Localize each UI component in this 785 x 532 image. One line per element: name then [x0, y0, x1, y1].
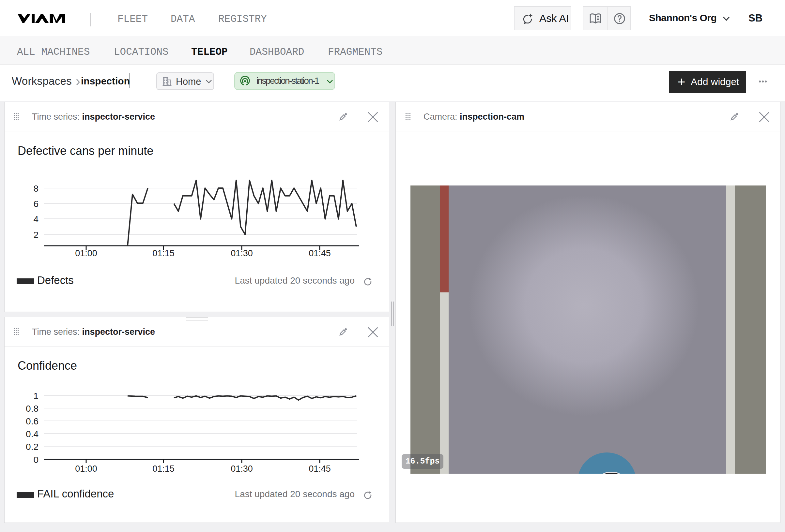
svg-text:01:00: 01:00	[75, 464, 97, 474]
svg-text:0.4: 0.4	[26, 429, 39, 439]
svg-text:0.6: 0.6	[26, 416, 39, 426]
svg-text:1: 1	[33, 391, 39, 401]
svg-text:4: 4	[33, 214, 39, 224]
svg-text:01:15: 01:15	[152, 248, 175, 258]
svg-text:2: 2	[33, 230, 39, 240]
svg-text:01:30: 01:30	[231, 248, 253, 258]
svg-text:0.8: 0.8	[26, 404, 39, 414]
svg-text:01:45: 01:45	[309, 464, 331, 474]
svg-text:01:00: 01:00	[75, 248, 97, 258]
svg-text:0: 0	[33, 455, 39, 465]
svg-text:6: 6	[33, 199, 39, 209]
svg-text:01:15: 01:15	[152, 464, 175, 474]
svg-text:01:30: 01:30	[231, 464, 253, 474]
svg-text:01:45: 01:45	[309, 248, 331, 258]
svg-text:0.2: 0.2	[26, 442, 39, 452]
svg-text:8: 8	[33, 184, 39, 194]
